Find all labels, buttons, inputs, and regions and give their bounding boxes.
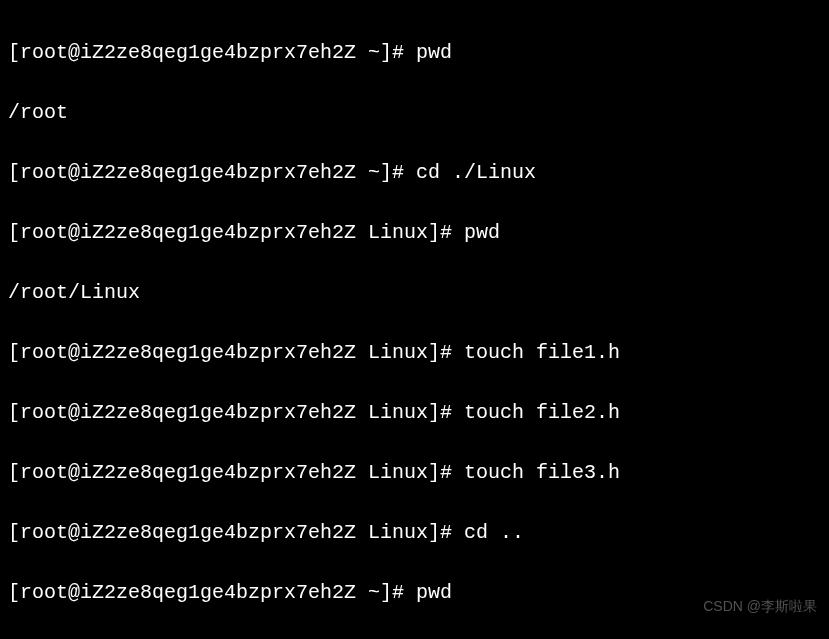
- command-text: touch file2.h: [464, 401, 620, 424]
- command-output: /root/Linux: [8, 278, 821, 308]
- terminal-line: [root@iZ2ze8qeg1ge4bzprx7eh2Z Linux]# to…: [8, 458, 821, 488]
- shell-prompt: [root@iZ2ze8qeg1ge4bzprx7eh2Z Linux]#: [8, 401, 464, 424]
- terminal-line: [root@iZ2ze8qeg1ge4bzprx7eh2Z Linux]# cd…: [8, 518, 821, 548]
- command-text: cd ./Linux: [416, 161, 536, 184]
- terminal-line: [root@iZ2ze8qeg1ge4bzprx7eh2Z ~]# cd ./L…: [8, 158, 821, 188]
- terminal-line: [root@iZ2ze8qeg1ge4bzprx7eh2Z Linux]# to…: [8, 338, 821, 368]
- command-text: pwd: [416, 41, 452, 64]
- terminal-line: [root@iZ2ze8qeg1ge4bzprx7eh2Z ~]# pwd: [8, 38, 821, 68]
- terminal-line: [root@iZ2ze8qeg1ge4bzprx7eh2Z Linux]# pw…: [8, 218, 821, 248]
- command-text: pwd: [416, 581, 452, 604]
- command-text: pwd: [464, 221, 500, 244]
- shell-prompt: [root@iZ2ze8qeg1ge4bzprx7eh2Z Linux]#: [8, 341, 464, 364]
- shell-prompt: [root@iZ2ze8qeg1ge4bzprx7eh2Z ~]#: [8, 41, 416, 64]
- shell-prompt: [root@iZ2ze8qeg1ge4bzprx7eh2Z Linux]#: [8, 221, 464, 244]
- command-output: /root: [8, 98, 821, 128]
- command-text: touch file3.h: [464, 461, 620, 484]
- shell-prompt: [root@iZ2ze8qeg1ge4bzprx7eh2Z Linux]#: [8, 521, 464, 544]
- terminal-line: [root@iZ2ze8qeg1ge4bzprx7eh2Z Linux]# to…: [8, 398, 821, 428]
- watermark-text: CSDN @李斯啦果: [703, 596, 817, 617]
- shell-prompt: [root@iZ2ze8qeg1ge4bzprx7eh2Z ~]#: [8, 161, 416, 184]
- command-text: cd ..: [464, 521, 524, 544]
- terminal-output[interactable]: [root@iZ2ze8qeg1ge4bzprx7eh2Z ~]# pwd /r…: [8, 8, 821, 639]
- command-text: touch file1.h: [464, 341, 620, 364]
- terminal-line: [root@iZ2ze8qeg1ge4bzprx7eh2Z ~]# pwd: [8, 578, 821, 608]
- shell-prompt: [root@iZ2ze8qeg1ge4bzprx7eh2Z ~]#: [8, 581, 416, 604]
- shell-prompt: [root@iZ2ze8qeg1ge4bzprx7eh2Z Linux]#: [8, 461, 464, 484]
